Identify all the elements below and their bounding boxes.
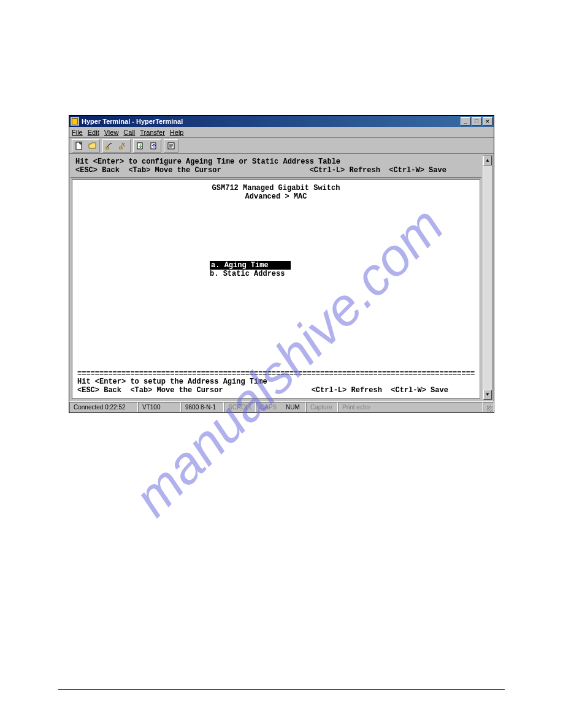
terminal-top-hints: Hit <Enter> to configure Ageing Time or … — [71, 155, 481, 178]
titlebar-text: Hyper Terminal - HyperTerminal — [82, 118, 461, 125]
menu-edit[interactable]: Edit — [88, 129, 99, 136]
terminal-footer-hints: Hit <Enter> to setup the Address Aging T… — [72, 377, 480, 398]
status-capture: Capture — [306, 402, 338, 412]
svg-rect-2 — [120, 147, 122, 149]
hyperterminal-window: Hyper Terminal - HyperTerminal _ □ × Fil… — [69, 115, 494, 413]
menu-call[interactable]: Call — [123, 129, 135, 136]
status-caps: CAPS — [256, 402, 282, 412]
page-footer — [58, 689, 505, 694]
new-doc-icon — [75, 142, 83, 150]
status-printecho: Print echo — [338, 402, 483, 412]
menu-help[interactable]: Help — [170, 129, 184, 136]
status-emulation: VT100 — [138, 402, 181, 412]
toolbar — [69, 138, 494, 154]
device-title: GSM712 Managed Gigabit Switch — [77, 184, 475, 192]
breadcrumb: Advanced > MAC — [77, 192, 475, 201]
divider: ========================================… — [72, 370, 480, 377]
receive-icon — [150, 142, 158, 150]
terminal-body[interactable]: GSM712 Managed Gigabit SwitchAdvanced > … — [72, 180, 480, 370]
menu-transfer[interactable]: Transfer — [140, 129, 165, 136]
statusbar: Connected 0:22:52 VT100 9600 8-N-1 SCROL… — [69, 401, 494, 412]
close-button[interactable]: × — [483, 117, 492, 126]
connect-icon — [105, 142, 114, 150]
terminal-area: ▲ ▼ Hit <Enter> to configure Ageing Time… — [69, 154, 494, 401]
scroll-track[interactable] — [483, 165, 492, 390]
properties-button[interactable] — [164, 140, 178, 152]
send-icon — [136, 142, 145, 150]
status-connected: Connected 0:22:52 — [69, 402, 138, 412]
disconnect-icon — [119, 142, 128, 150]
send-button[interactable] — [134, 140, 147, 152]
menubar: File Edit View Call Transfer Help — [69, 127, 494, 138]
titlebar[interactable]: Hyper Terminal - HyperTerminal _ □ × — [69, 116, 494, 127]
svg-rect-5 — [151, 143, 156, 149]
hint-line-2: <ESC> Back <Tab> Move the Cursor <Ctrl-L… — [75, 166, 446, 175]
status-settings: 9600 8-N-1 — [181, 402, 224, 412]
menu-file[interactable]: File — [72, 129, 83, 136]
svg-rect-1 — [106, 147, 109, 149]
foot-line-2: <ESC> Back <Tab> Move the Cursor <Ctrl-L… — [77, 386, 448, 395]
svg-rect-4 — [137, 143, 142, 149]
maximize-button[interactable]: □ — [472, 117, 481, 126]
scroll-down-button[interactable]: ▼ — [483, 390, 492, 400]
connect-button[interactable] — [103, 140, 117, 152]
menu-view[interactable]: View — [104, 129, 119, 136]
open-folder-button[interactable] — [86, 140, 99, 152]
foot-line-1: Hit <Enter> to setup the Address Aging T… — [77, 377, 267, 386]
new-doc-button[interactable] — [72, 140, 86, 152]
scroll-up-button[interactable]: ▲ — [483, 156, 492, 165]
status-scroll: SCROLL — [224, 402, 256, 412]
properties-icon — [167, 142, 175, 150]
minimize-button[interactable]: _ — [461, 117, 470, 126]
app-icon — [71, 117, 79, 126]
vertical-scrollbar[interactable]: ▲ ▼ — [483, 155, 492, 400]
status-num: NUM — [282, 402, 306, 412]
resize-grip[interactable] — [483, 402, 494, 412]
hint-line-1: Hit <Enter> to configure Ageing Time or … — [75, 157, 340, 166]
disconnect-button[interactable] — [117, 140, 130, 152]
menu-item-static-address[interactable]: b. Static Address — [210, 270, 285, 278]
receive-button[interactable] — [147, 140, 161, 152]
open-folder-icon — [88, 142, 97, 150]
menu-item-aging-time[interactable]: a. Aging Time — [210, 261, 291, 270]
